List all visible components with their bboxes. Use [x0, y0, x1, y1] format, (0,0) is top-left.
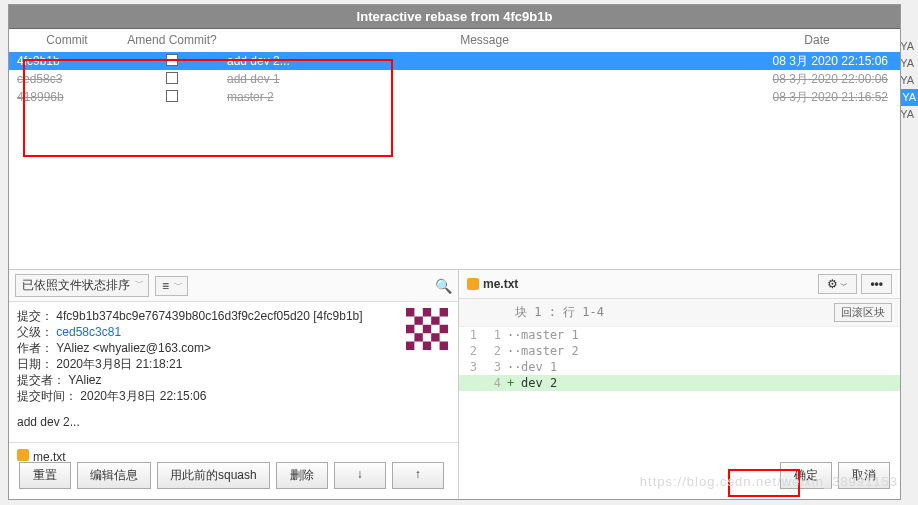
delete-button[interactable]: 删除	[276, 462, 328, 489]
diff-line: 11··master 1	[459, 327, 900, 343]
revert-hunk-button[interactable]: 回滚区块	[834, 303, 892, 322]
move-down-button[interactable]: ↓	[334, 462, 386, 489]
sort-select[interactable]: 已依照文件状态排序	[15, 274, 149, 297]
amend-checkbox[interactable]	[166, 54, 178, 66]
diff-file-name: me.txt	[483, 277, 518, 291]
commit-row[interactable]: ced58c3add dev 108 3月 2020 22:00:06	[9, 70, 900, 88]
hunk-header: 块 1 : 行 1-4 回滚区块	[459, 299, 900, 327]
value-author: YAliez <whyaliez@163.com>	[56, 341, 211, 355]
header-amend: Amend Commit?	[117, 33, 227, 47]
commit-date: 08 3月 2020 21:16:52	[742, 89, 892, 106]
value-committer: YAliez	[68, 373, 101, 387]
commit-hash: ced58c3	[17, 72, 117, 86]
label-parent: 父级：	[17, 325, 53, 339]
diff-body: 11··master 122··master 233··dev 14+dev 2	[459, 327, 900, 391]
label-author: 作者：	[17, 341, 53, 355]
dialog-button-bar: 重置 编辑信息 用此前的squash 删除 ↓ ↑ 确定 取消	[9, 458, 900, 493]
rebase-dialog: Interactive rebase from 4fc9b1b Commit A…	[8, 4, 901, 500]
amend-checkbox[interactable]	[166, 90, 178, 102]
commit-hash: 4fc9b1b	[17, 54, 117, 68]
viewmode-select[interactable]: ≡	[155, 276, 188, 296]
commit-row[interactable]: 4fc9b1badd dev 2...08 3月 2020 22:15:06	[9, 52, 900, 70]
header-date: Date	[742, 33, 892, 47]
header-commit: Commit	[17, 33, 117, 47]
commit-row[interactable]: 418996bmaster 208 3月 2020 21:16:52	[9, 88, 900, 106]
value-date: 2020年3月8日 21:18:21	[56, 357, 182, 371]
value-commit-time: 2020年3月8日 22:15:06	[80, 389, 206, 403]
commit-date: 08 3月 2020 22:00:06	[742, 71, 892, 88]
move-up-button[interactable]: ↑	[392, 462, 444, 489]
commit-metadata: 提交： 4fc9b1b374bc9e767439b80c16d3f9c2ecf0…	[9, 302, 458, 436]
background-list: YAYAYAYAYA	[900, 38, 918, 123]
commit-message: add dev 2...	[227, 54, 742, 68]
diff-file-header: me.txt ⚙ •••	[459, 270, 900, 299]
diff-line: 22··master 2	[459, 343, 900, 359]
commit-message: add dev 1	[227, 72, 742, 86]
label-date: 日期：	[17, 357, 53, 371]
diff-line: 33··dev 1	[459, 359, 900, 375]
commit-summary: add dev 2...	[17, 414, 450, 430]
hunk-label: 块 1 : 行 1-4	[515, 304, 604, 321]
label-committer: 提交者：	[17, 373, 65, 387]
amend-checkbox[interactable]	[166, 72, 178, 84]
header-message: Message	[227, 33, 742, 47]
commit-list-panel: Commit Amend Commit? Message Date 4fc9b1…	[9, 29, 900, 269]
dialog-title: Interactive rebase from 4fc9b1b	[9, 5, 900, 29]
diff-settings-button[interactable]: ⚙	[818, 274, 857, 294]
value-parent[interactable]: ced58c3c81	[56, 325, 121, 339]
detail-toolbar: 已依照文件状态排序 ≡ 🔍	[9, 270, 458, 302]
commit-message: master 2	[227, 90, 742, 104]
label-commit: 提交：	[17, 309, 53, 323]
cancel-button[interactable]: 取消	[838, 462, 890, 489]
edit-message-button[interactable]: 编辑信息	[77, 462, 151, 489]
squash-button[interactable]: 用此前的squash	[157, 462, 270, 489]
file-modified-icon	[467, 278, 479, 290]
commit-list-header: Commit Amend Commit? Message Date	[9, 29, 900, 52]
search-icon[interactable]: 🔍	[435, 278, 452, 294]
ok-button[interactable]: 确定	[780, 462, 832, 489]
value-commit: 4fc9b1b374bc9e767439b80c16d3f9c2ecf05d20…	[56, 309, 362, 323]
author-avatar	[406, 308, 448, 350]
reset-button[interactable]: 重置	[19, 462, 71, 489]
commit-hash: 418996b	[17, 90, 117, 104]
commit-date: 08 3月 2020 22:15:06	[742, 53, 892, 70]
diff-more-button[interactable]: •••	[861, 274, 892, 294]
label-commit-time: 提交时间：	[17, 389, 77, 403]
diff-line: 4+dev 2	[459, 375, 900, 391]
